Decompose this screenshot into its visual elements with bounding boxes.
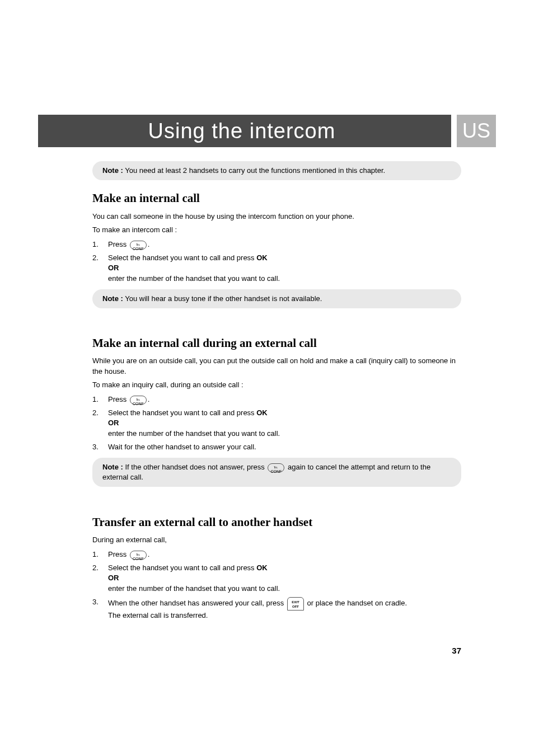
s2-steps: 1. Press ℡CONF. 2. Select the handset yo… bbox=[92, 395, 461, 452]
list-item: 2. Select the handset you want to call a… bbox=[92, 408, 461, 439]
section-internal-during-external: Make an internal call during an external… bbox=[92, 335, 461, 351]
list-item: 1. Press ℡CONF. bbox=[92, 395, 461, 405]
off-button-icon: EXITOFF bbox=[287, 597, 304, 611]
note-text: You need at least 2 handsets to carry ou… bbox=[123, 166, 385, 175]
step-body: When the other handset has answered your… bbox=[108, 597, 461, 621]
s2-step3: Wait for the other handset to answer you… bbox=[108, 443, 256, 451]
step-number: 1. bbox=[92, 240, 108, 250]
note-label: Note : bbox=[102, 463, 123, 471]
page-title: Using the intercom bbox=[148, 119, 336, 143]
region-badge-text: US bbox=[462, 119, 490, 143]
step-number: 2. bbox=[92, 253, 108, 284]
region-badge: US bbox=[457, 115, 496, 147]
step-body: Press ℡CONF. bbox=[108, 395, 461, 405]
s3-step3c: The external call is transferred. bbox=[108, 611, 208, 619]
page-number: 37 bbox=[452, 646, 461, 655]
ok-label: OK bbox=[256, 408, 268, 417]
step-body: Press ℡CONF. bbox=[108, 240, 461, 250]
s3-steps: 1. Press ℡CONF. 2. Select the handset yo… bbox=[92, 550, 461, 621]
s3-step3a: When the other handset has answered your… bbox=[108, 599, 286, 607]
s1-intro1: You can call someone in the house by usi… bbox=[92, 212, 461, 222]
main-content: Note : You need at least 2 handsets to c… bbox=[92, 161, 461, 621]
s1-steps: 1. Press ℡CONF. 2. Select the handset yo… bbox=[92, 240, 461, 284]
ok-label: OK bbox=[256, 253, 268, 262]
s1-step1-text: Press bbox=[108, 240, 129, 248]
s3-step2b: enter the number of the handset that you… bbox=[108, 584, 280, 593]
or-label: OR bbox=[108, 419, 119, 427]
conf-button-icon: ℡CONF bbox=[268, 463, 284, 472]
s1-intro2: To make an intercom call : bbox=[92, 225, 461, 235]
note-no-answer: Note : If the other handset does not ans… bbox=[92, 458, 461, 487]
note-label: Note : bbox=[102, 166, 123, 175]
list-item: 2. Select the handset you want to call a… bbox=[92, 563, 461, 594]
header-gap bbox=[451, 115, 457, 147]
s3-step1-text: Press bbox=[108, 550, 129, 558]
list-item: 1. Press ℡CONF. bbox=[92, 240, 461, 250]
step-body: Press ℡CONF. bbox=[108, 550, 461, 560]
step-number: 2. bbox=[92, 408, 108, 439]
s3-step3b: or place the handset on cradle. bbox=[305, 599, 407, 607]
note-text: You will hear a busy tone if the other h… bbox=[123, 294, 322, 303]
s3-step2a: Select the handset you want to call and … bbox=[108, 564, 256, 572]
step-body: Select the handset you want to call and … bbox=[108, 408, 461, 439]
note-handsets: Note : You need at least 2 handsets to c… bbox=[92, 161, 461, 180]
or-label: OR bbox=[108, 574, 119, 582]
s2-step2b: enter the number of the handset that you… bbox=[108, 429, 280, 438]
header: Using the intercom US bbox=[38, 115, 496, 147]
note-part1: If the other handset does not answer, pr… bbox=[123, 463, 267, 471]
or-label: OR bbox=[108, 264, 119, 272]
step-number: 1. bbox=[92, 550, 108, 560]
conf-button-icon: ℡CONF bbox=[130, 396, 147, 405]
step-number: 1. bbox=[92, 395, 108, 405]
s1-step1-end: . bbox=[148, 240, 150, 248]
section-make-internal-call: Make an internal call bbox=[92, 190, 461, 206]
s2-step1-text: Press bbox=[108, 395, 129, 403]
section-transfer-external: Transfer an external call to another han… bbox=[92, 514, 461, 530]
conf-button-icon: ℡CONF bbox=[130, 241, 147, 250]
step-body: Select the handset you want to call and … bbox=[108, 253, 461, 284]
s3-step1-end: . bbox=[148, 550, 150, 558]
list-item: 3. When the other handset has answered y… bbox=[92, 597, 461, 621]
list-item: 2. Select the handset you want to call a… bbox=[92, 253, 461, 284]
s2-intro1: While you are on an outside call, you ca… bbox=[92, 356, 461, 376]
s3-intro1: During an external call, bbox=[92, 535, 461, 545]
step-number: 3. bbox=[92, 442, 108, 452]
s2-intro2: To make an inquiry call, during an outsi… bbox=[92, 380, 461, 390]
note-label: Note : bbox=[102, 294, 123, 303]
step-number: 2. bbox=[92, 563, 108, 594]
conf-button-icon: ℡CONF bbox=[130, 551, 147, 560]
s2-step1-end: . bbox=[148, 395, 150, 403]
s1-step2b: enter the number of the handset that you… bbox=[108, 274, 280, 283]
ok-label: OK bbox=[256, 564, 268, 572]
list-item: 1. Press ℡CONF. bbox=[92, 550, 461, 560]
note-busy-tone: Note : You will hear a busy tone if the … bbox=[92, 289, 461, 308]
s1-step2a: Select the handset you want to call and … bbox=[108, 253, 256, 262]
step-body: Wait for the other handset to answer you… bbox=[108, 442, 461, 452]
step-body: Select the handset you want to call and … bbox=[108, 563, 461, 594]
title-bar: Using the intercom bbox=[38, 115, 451, 147]
step-number: 3. bbox=[92, 597, 108, 621]
s2-step2a: Select the handset you want to call and … bbox=[108, 408, 256, 417]
list-item: 3. Wait for the other handset to answer … bbox=[92, 442, 461, 452]
